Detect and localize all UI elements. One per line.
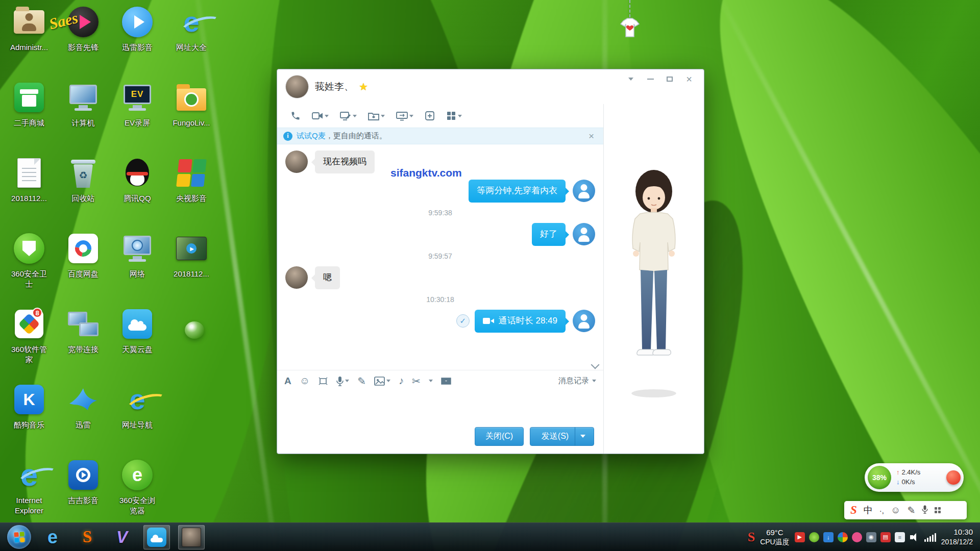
desktop-icon-broadband-connection[interactable]: 宽带连接 [57, 305, 109, 381]
desktop-icon-administrator[interactable]: Administr... [3, 3, 55, 79]
ime-handwriting-button[interactable]: ✎ [907, 505, 915, 516]
video-call-button[interactable] [309, 109, 332, 122]
desktop-icon-fungoliv[interactable]: FungoLiv... [165, 79, 217, 154]
desktop-icon-baidu-netdisk[interactable]: 百度网盘 [57, 230, 109, 305]
tray-icon-360[interactable] [809, 532, 819, 542]
send-options-caret[interactable] [580, 435, 585, 438]
message-history-button[interactable]: 消息记录 [558, 376, 596, 386]
message-input[interactable] [277, 391, 603, 424]
contact-avatar[interactable] [285, 151, 308, 173]
close-window-button[interactable]: × [679, 72, 699, 86]
banner-close-icon[interactable]: × [585, 131, 597, 142]
self-avatar[interactable] [573, 180, 595, 202]
screen-share-button[interactable] [393, 109, 416, 123]
desktop-icon-360-software-manager[interactable]: 8 360软件管家 [3, 305, 55, 381]
font-button[interactable] [284, 375, 291, 387]
tray-icon-pink[interactable] [852, 532, 862, 542]
desktop-icon-computer[interactable]: 计算机 [57, 79, 109, 154]
voice-call-button[interactable] [287, 109, 304, 123]
voice-message-button[interactable] [336, 376, 349, 386]
send-file-button[interactable] [365, 109, 388, 123]
desktop-icon-yingyin-xianfeng[interactable]: Saes 影音先锋 [57, 3, 109, 79]
desktop-icon-360-browser[interactable]: e 360安全浏览器 [111, 456, 163, 532]
desktop-icon-xunlei-yingyin[interactable]: 迅雷影音 [111, 3, 163, 79]
start-button[interactable] [7, 525, 31, 549]
tray-icon-redbag[interactable]: ▤ [880, 532, 891, 542]
image-caret[interactable] [386, 380, 390, 382]
desktop-icon-internet-explorer[interactable]: e Internet Explorer [3, 456, 55, 532]
network-signal-icon[interactable] [924, 533, 936, 542]
desktop-icon-network[interactable]: 网络 [111, 230, 163, 305]
ime-emoji-button[interactable]: ☺ [891, 505, 900, 516]
contact-avatar[interactable] [285, 266, 308, 289]
desktop-icon-recycle-bin[interactable]: 回收站 [57, 154, 109, 230]
chat-history[interactable]: sifangktv.com 现在视频吗 等两分钟,先穿着内衣 9:59:38 好… [277, 144, 603, 370]
sogou-logo-icon[interactable]: S [850, 504, 857, 517]
app-panel-button[interactable] [443, 109, 465, 123]
360-traffic-ball[interactable]: 38% ↑2.4K/s ↓0K/s [865, 463, 964, 492]
ime-punctuation-toggle[interactable]: ·, [879, 506, 884, 515]
qq-show-shirt-charm[interactable] [616, 0, 644, 41]
maximize-button[interactable] [660, 72, 679, 86]
taskbar-v-player[interactable]: V [109, 525, 135, 549]
emoji-button[interactable] [300, 375, 310, 387]
ime-toolbox-button[interactable] [935, 507, 941, 513]
self-avatar[interactable] [573, 223, 595, 245]
sogou-ime-tray-icon[interactable]: S [748, 530, 755, 545]
taskbar-tianyi-cloud[interactable] [143, 525, 170, 549]
desktop-icon-ershou-shangcheng[interactable]: 二手商城 [3, 79, 55, 154]
share-options-caret[interactable] [409, 115, 413, 117]
taskbar-internet-explorer[interactable]: e [39, 525, 66, 549]
tray-icon-xunlei[interactable]: ↓ [823, 532, 834, 542]
desktop-icon-jiji-yingyin[interactable]: 吉吉影音 [57, 456, 109, 532]
taskbar-sogou-browser[interactable]: S [74, 525, 101, 549]
screenshot-monitor-button[interactable] [337, 109, 360, 123]
voice-caret[interactable] [345, 380, 349, 382]
screenshot-options-caret[interactable] [353, 115, 357, 117]
contact-avatar[interactable] [285, 75, 309, 98]
window-menu-button[interactable] [621, 72, 641, 86]
desktop-icon-document[interactable]: 2018112... [3, 154, 55, 230]
desktop-icon-tencent-qq[interactable]: 腾讯QQ [111, 154, 163, 230]
volume-icon[interactable] [909, 532, 920, 542]
scissors-caret[interactable] [429, 380, 433, 382]
desktop-icon-xunlei[interactable]: 迅雷 [57, 381, 109, 456]
desktop-icon-kugou-music[interactable]: K 酷狗音乐 [3, 381, 55, 456]
ime-mic-button[interactable] [922, 505, 928, 516]
desktop-icon-ev-luping[interactable]: EV EV录屏 [111, 79, 163, 154]
desktop-icon-wangzhi-daquan[interactable]: e 网址大全 [165, 3, 217, 79]
desktop-icon-tianyi-cloud[interactable]: 天翼云盘 [111, 305, 163, 381]
red-packet-icon[interactable] [946, 470, 961, 485]
desktop-icon-video-file[interactable]: 2018112... [165, 230, 217, 305]
tray-icon-colorwheel[interactable] [838, 532, 848, 542]
self-avatar[interactable] [573, 310, 595, 332]
desktop-icon-wangzhi-daohang[interactable]: e 网址导航 [111, 381, 163, 456]
file-options-caret[interactable] [381, 115, 385, 117]
video-options-caret[interactable] [325, 115, 329, 117]
music-button[interactable] [399, 375, 404, 387]
scroll-down-icon[interactable] [591, 361, 600, 369]
message-box-button[interactable] [441, 377, 451, 386]
image-button[interactable] [374, 377, 390, 386]
screenshot-scissors-button[interactable] [412, 375, 421, 387]
ime-language-toggle[interactable]: 中 [864, 504, 873, 516]
qmic-link[interactable]: 试试Q麦 [297, 131, 326, 141]
qq-show-panel[interactable] [604, 104, 704, 454]
taskbar-photo-viewer[interactable] [178, 525, 205, 549]
taskbar-clock[interactable]: 10:30 2018/12/2 [941, 527, 973, 547]
window-shake-button[interactable] [318, 377, 328, 386]
tray-icon-camera[interactable]: ◉ [866, 532, 876, 542]
window-titlebar[interactable]: 莪姓李、 ★ × [277, 69, 704, 104]
desktop-icon-360-safeguard[interactable]: 360安全卫士 [3, 230, 55, 305]
close-chat-button[interactable]: 关闭(C) [475, 427, 524, 446]
tray-icon-clipboard[interactable]: ≡ [895, 532, 905, 542]
launch-group-button[interactable] [422, 109, 438, 123]
tray-icon-player[interactable]: ▶ [795, 532, 805, 542]
send-button[interactable]: 发送(S) [530, 427, 594, 446]
call-duration-bubble[interactable]: 通话时长 28:49 [475, 310, 566, 333]
desktop-icon-cctv-yingyin[interactable]: 央视影音 [165, 154, 217, 230]
minimize-button[interactable] [641, 72, 660, 86]
memory-percent-ball[interactable]: 38% [868, 466, 891, 489]
handwriting-button[interactable] [357, 375, 366, 387]
apps-caret[interactable] [458, 115, 462, 117]
